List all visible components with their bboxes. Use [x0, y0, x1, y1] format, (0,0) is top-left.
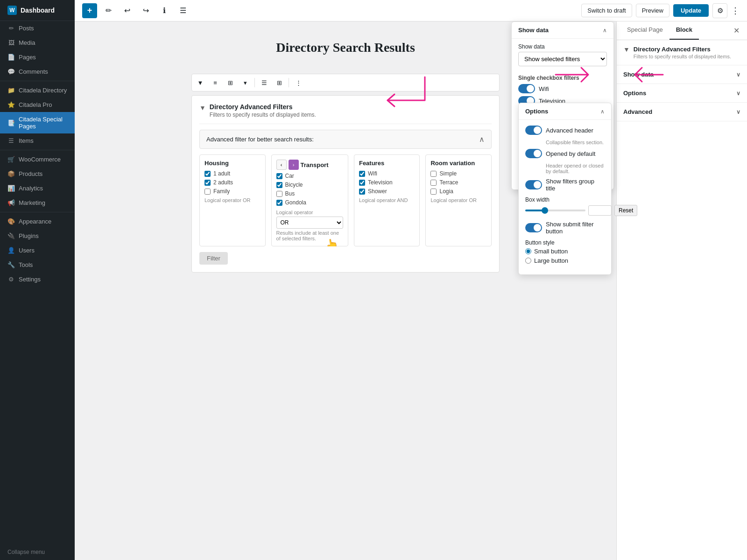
filter-checkbox-terrace[interactable]: [430, 180, 437, 186]
radio-small-button-input[interactable]: [525, 248, 531, 254]
block-grid-button[interactable]: ⊞: [273, 76, 286, 89]
options-float-chevron-icon[interactable]: ∧: [600, 108, 605, 115]
filter-icon: ▼: [199, 104, 206, 112]
redo-button[interactable]: ↪: [138, 3, 153, 18]
filter-advanced-title: Advanced filter for better search result…: [206, 136, 314, 143]
sidebar-item-pages[interactable]: 📄 Pages: [0, 50, 75, 64]
transport-group-title: Transport: [301, 161, 329, 168]
tab-special-page[interactable]: Special Page: [620, 21, 669, 40]
citadela-pro-icon: ⭐: [7, 101, 15, 108]
box-width-input[interactable]: [588, 205, 612, 216]
advanced-chevron-icon: ∨: [736, 109, 740, 115]
panel-section-advanced-header[interactable]: Advanced ∨: [617, 103, 747, 121]
sidebar-item-media[interactable]: 🖼 Media: [0, 35, 75, 50]
block-type-button[interactable]: ▼: [194, 76, 207, 89]
show-data-select[interactable]: Show selected filters Show all filters: [518, 52, 607, 66]
filter-group-features: Features Wifi Television Shower: [354, 154, 420, 246]
opened-by-default-toggle[interactable]: [525, 149, 542, 158]
options-float-title: Options: [525, 108, 548, 115]
show-submit-filter-button-toggle[interactable]: [525, 223, 542, 232]
show-data-float-chevron-icon[interactable]: ∧: [603, 27, 607, 34]
opened-by-default-label: Opened by default: [546, 150, 595, 157]
more-options-button[interactable]: ⋮: [731, 6, 740, 16]
filter-checkbox-wifi[interactable]: [359, 171, 365, 177]
box-width-slider[interactable]: [525, 210, 585, 211]
filter-checkbox-car[interactable]: [276, 173, 282, 179]
wifi-toggle[interactable]: [518, 84, 535, 93]
filter-submit-button[interactable]: Filter: [199, 252, 228, 265]
block-align-button[interactable]: ☰: [258, 76, 271, 89]
filter-checkbox-family[interactable]: [204, 189, 211, 195]
add-block-button[interactable]: +: [82, 3, 97, 18]
tab-block[interactable]: Block: [669, 21, 699, 40]
sidebar-item-citadela-pro[interactable]: ⭐ Citadela Pro: [0, 98, 75, 112]
filter-label-car: Car: [285, 173, 294, 179]
edit-button[interactable]: ✏: [101, 3, 116, 18]
opened-by-default-desc: Header opened or closed by default.: [525, 163, 605, 174]
block-toolbar-sep-1: [254, 78, 255, 87]
sidebar-item-marketing[interactable]: 📢 Marketing: [0, 196, 75, 210]
sidebar-item-settings[interactable]: ⚙ Settings: [0, 272, 75, 287]
transport-nav-next[interactable]: ›: [289, 160, 299, 170]
filter-checkbox-gondola[interactable]: [276, 200, 282, 206]
filter-checkbox-1adult[interactable]: [204, 171, 211, 177]
transport-nav-prev[interactable]: ‹: [276, 160, 287, 170]
list-view-button[interactable]: ☰: [176, 3, 190, 18]
sidebar-item-products[interactable]: 📦 Products: [0, 167, 75, 181]
block-more-button[interactable]: ⋮: [292, 76, 305, 89]
comments-icon: 💬: [7, 68, 15, 75]
sidebar-logo[interactable]: W Dashboard: [0, 0, 75, 21]
update-button[interactable]: Update: [673, 4, 709, 17]
sidebar-item-tools[interactable]: 🔧 Tools: [0, 258, 75, 272]
sidebar-item-posts[interactable]: ✏ Posts: [0, 21, 75, 35]
transport-logical-op-select[interactable]: OR AND: [276, 217, 343, 229]
media-icon: 🖼: [7, 39, 15, 46]
sidebar-item-comments[interactable]: 💬 Comments: [0, 64, 75, 79]
box-width-reset-button[interactable]: Reset: [614, 205, 637, 216]
option-show-submit-filter-button-row: Show submit filter button: [525, 221, 605, 235]
panel-close-button[interactable]: ✕: [730, 21, 743, 40]
info-button[interactable]: ℹ: [157, 3, 172, 18]
analytics-icon: 📊: [7, 185, 15, 192]
preview-button[interactable]: Preview: [636, 4, 669, 17]
option-opened-by-default-row: Opened by default: [525, 149, 605, 158]
filter-checkbox-simple[interactable]: [430, 171, 437, 177]
sidebar-item-citadela-directory[interactable]: 📁 Citadela Directory: [0, 83, 75, 98]
sidebar-item-label: Citadela Directory: [19, 87, 67, 94]
filter-checkbox-bus[interactable]: [276, 191, 282, 197]
block-chevron-button[interactable]: ▾: [239, 76, 252, 89]
sidebar-item-appearance[interactable]: 🎨 Appearance: [0, 214, 75, 229]
undo-button[interactable]: ↩: [120, 3, 134, 18]
switch-to-draft-button[interactable]: Switch to draft: [581, 4, 632, 17]
block-view-list-button[interactable]: ≡: [209, 76, 222, 89]
filter-collapse-icon[interactable]: ∧: [479, 135, 485, 144]
show-data-chevron-icon: ∨: [736, 71, 740, 78]
option-show-filters-group-title-row: Show filters group title: [525, 178, 605, 192]
sidebar-item-label: Citadela Pro: [19, 101, 52, 108]
sidebar-collapse-menu[interactable]: Collapse menu: [0, 544, 75, 560]
sidebar-item-citadela-special-pages[interactable]: 📑 Citadela Special Pages: [0, 112, 75, 133]
filter-groups: Housing 1 adult 2 adults Family: [199, 154, 492, 246]
sidebar-item-plugins[interactable]: 🔌 Plugins: [0, 229, 75, 243]
block-toolbar: ▼ ≡ ⊞ ▾ ☰ ⊞ ⋮: [191, 74, 500, 91]
sidebar-item-users[interactable]: 👤 Users: [0, 243, 75, 258]
filter-checkbox-shower[interactable]: [359, 189, 365, 195]
filter-advanced-header[interactable]: Advanced filter for better search result…: [199, 130, 492, 149]
advanced-header-toggle[interactable]: [525, 126, 542, 135]
filter-checkbox-logia[interactable]: [430, 189, 437, 195]
filter-checkbox-2adults[interactable]: [204, 180, 211, 186]
panel-section-options-header[interactable]: Options ∨: [617, 84, 747, 102]
show-filters-group-title-toggle[interactable]: [525, 180, 542, 189]
radio-large-button-input[interactable]: [525, 258, 531, 264]
users-icon: 👤: [7, 247, 15, 254]
filter-checkbox-television[interactable]: [359, 180, 365, 186]
tools-icon: 🔧: [7, 261, 15, 268]
sidebar-item-woocommerce[interactable]: 🛒 WooCommerce: [0, 152, 75, 167]
sidebar-logo-label: Dashboard: [21, 7, 55, 14]
filter-checkbox-bicycle[interactable]: [276, 182, 282, 188]
settings-button[interactable]: ⚙: [712, 3, 727, 18]
block-view-list2-button[interactable]: ⊞: [224, 76, 237, 89]
panel-section-show-data-header[interactable]: Show data ∨: [617, 65, 747, 84]
sidebar-item-items[interactable]: ☰ Items: [0, 133, 75, 148]
sidebar-item-analytics[interactable]: 📊 Analytics: [0, 181, 75, 196]
